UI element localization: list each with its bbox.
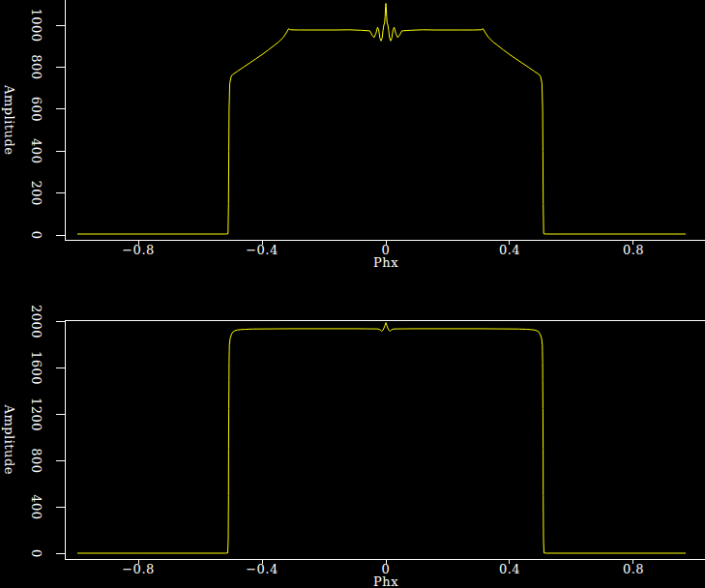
y-axis-label: Amplitude [2,84,16,155]
data-curve [77,323,686,553]
panel-bottom: −0.8−0.400.40.80400800120016002000PhxAmp… [2,305,705,588]
x-tick-label: −0.8 [122,243,155,257]
y-tick-label: 2000 [29,305,44,338]
y-tick-label: 200 [29,181,44,206]
y-tick-label: 1200 [29,397,44,431]
y-tick-label: 0 [29,549,44,558]
x-tick-label: 0.8 [623,243,644,257]
x-tick-label: −0.4 [246,562,279,576]
y-tick-label: 1000 [28,8,43,42]
panel-top: −0.8−0.400.40.802004006008001000PhxAmpli… [2,0,705,270]
x-axis-label: Phx [373,574,398,588]
x-tick-label: −0.4 [246,243,279,257]
x-tick-label: 0.8 [623,562,644,576]
y-tick-label: 1600 [29,351,44,385]
y-tick-label: 400 [29,138,44,163]
x-tick-label: 0.4 [499,243,520,257]
x-tick-label: −0.8 [122,562,155,576]
y-tick-label: 400 [29,494,44,519]
x-axis-label: Phx [373,255,398,270]
y-tick-label: 800 [29,448,44,473]
x-tick-label: 0.4 [499,562,520,576]
plot-canvas: −0.8−0.400.40.802004006008001000PhxAmpli… [0,0,705,588]
data-curve [77,4,686,235]
fft-amplitude-charts: −0.8−0.400.40.802004006008001000PhxAmpli… [0,0,705,588]
y-tick-label: 600 [29,97,44,122]
y-tick-label: 800 [29,54,44,79]
y-tick-label: 0 [29,231,44,240]
y-axis-label: Amplitude [2,404,16,475]
